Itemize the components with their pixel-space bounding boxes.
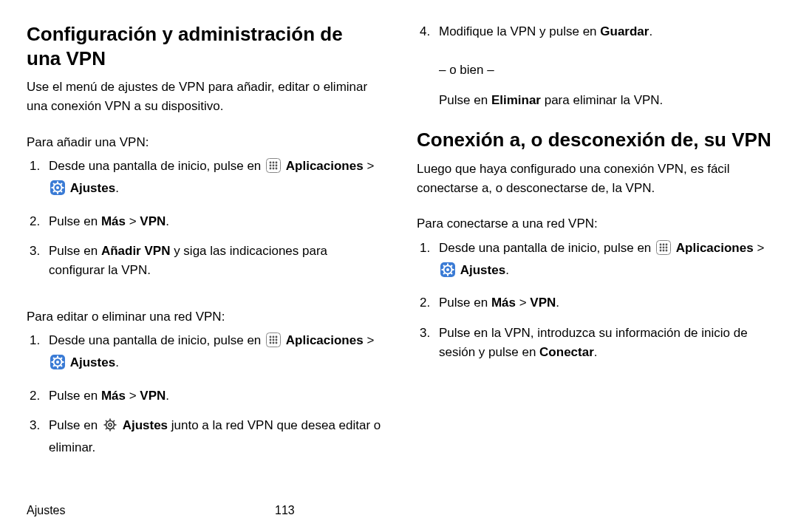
svg-point-29 — [273, 342, 275, 344]
list-item: Pulse en Más > VPN. — [27, 212, 381, 231]
svg-point-55 — [666, 243, 668, 245]
svg-point-54 — [663, 243, 665, 245]
svg-line-51 — [113, 420, 115, 422]
svg-point-7 — [270, 168, 272, 170]
settings-gear-icon — [440, 262, 455, 283]
svg-point-3 — [276, 162, 278, 164]
or-divider: – o bien – — [417, 61, 771, 80]
svg-line-49 — [113, 428, 115, 429]
svg-line-72 — [451, 265, 452, 267]
apps-grid-icon — [266, 158, 281, 179]
svg-point-59 — [660, 249, 662, 251]
svg-point-24 — [276, 336, 278, 338]
list-item: Pulse en Añadir VPN y siga las indicacio… — [27, 242, 381, 281]
svg-point-2 — [273, 162, 275, 164]
svg-line-17 — [53, 183, 55, 185]
svg-line-70 — [451, 273, 452, 274]
svg-line-41 — [61, 358, 62, 359]
svg-line-18 — [61, 191, 62, 193]
list-item: Desde una pantalla de inicio, pulse en A… — [27, 331, 381, 376]
svg-point-9 — [276, 168, 278, 170]
svg-point-30 — [276, 342, 278, 344]
list-item: Desde una pantalla de inicio, pulse en A… — [27, 157, 381, 202]
left-column: Configuración y administración de una VP… — [27, 22, 381, 498]
svg-point-5 — [273, 165, 275, 167]
list-item: Pulse en Más > VPN. — [417, 293, 771, 313]
apps-grid-icon — [656, 240, 671, 261]
svg-line-38 — [53, 358, 55, 359]
svg-point-4 — [270, 165, 272, 167]
svg-point-56 — [660, 246, 662, 248]
svg-line-50 — [106, 428, 107, 429]
svg-point-64 — [446, 268, 449, 271]
svg-point-58 — [666, 246, 668, 248]
edit-vpn-steps: Desde una pantalla de inicio, pulse en A… — [27, 331, 381, 468]
svg-point-27 — [276, 339, 278, 341]
svg-point-28 — [270, 342, 272, 344]
svg-point-53 — [660, 243, 662, 245]
svg-line-69 — [443, 265, 445, 267]
list-item: Desde una pantalla de inicio, pulse en A… — [417, 239, 771, 284]
edit-vpn-steps-continued: Modifique la VPN y pulse en Guardar. — [417, 22, 771, 52]
svg-line-39 — [61, 366, 62, 367]
heading-vpn-connect: Conexión a, o desconexión de, su VPN — [417, 128, 771, 152]
svg-line-71 — [443, 273, 445, 274]
svg-point-60 — [663, 249, 665, 251]
svg-point-57 — [663, 246, 665, 248]
footer-section: Ajustes — [27, 504, 275, 517]
svg-point-23 — [273, 336, 275, 338]
svg-point-33 — [56, 361, 59, 364]
gear-outline-icon — [103, 417, 117, 438]
svg-point-22 — [270, 336, 272, 338]
list-item: Pulse en Más > VPN. — [27, 386, 381, 406]
svg-point-12 — [56, 186, 59, 189]
connect-intro: Luego que haya configurado una conexión … — [417, 160, 771, 199]
footer-page-number: 113 — [275, 504, 523, 517]
svg-point-26 — [273, 339, 275, 341]
connect-steps: Desde una pantalla de inicio, pulse en A… — [417, 239, 771, 373]
svg-point-6 — [276, 165, 278, 167]
settings-gear-icon — [50, 355, 65, 375]
right-column: Modifique la VPN y pulse en Guardar. – o… — [417, 22, 771, 498]
intro-text: Use el menú de ajustes de VPN para añadi… — [27, 78, 381, 117]
add-vpn-lead: Para añadir una VPN: — [27, 133, 381, 152]
connect-lead: Para conectarse a una red VPN: — [417, 214, 771, 233]
svg-line-48 — [106, 420, 107, 422]
svg-line-20 — [61, 183, 62, 185]
svg-point-25 — [270, 339, 272, 341]
svg-line-40 — [53, 366, 55, 367]
heading-vpn-config: Configuración y administración de una VP… — [27, 22, 381, 70]
svg-point-43 — [109, 423, 112, 426]
alt-action: Pulse en Eliminar para eliminar la VPN. — [417, 91, 771, 110]
add-vpn-steps: Desde una pantalla de inicio, pulse en A… — [27, 157, 381, 291]
list-item: Pulse en la VPN, introduzca su informaci… — [417, 324, 771, 363]
edit-vpn-lead: Para editar o eliminar una red VPN: — [27, 307, 381, 327]
page-footer: Ajustes 113 — [27, 498, 771, 517]
svg-point-8 — [273, 168, 275, 170]
list-item: Modifique la VPN y pulse en Guardar. — [417, 22, 771, 41]
settings-gear-icon — [50, 180, 65, 201]
list-item: Pulse en Ajustes junto a la red VPN que … — [27, 416, 381, 458]
svg-point-42 — [106, 421, 114, 429]
apps-grid-icon — [266, 332, 281, 353]
svg-point-61 — [666, 249, 668, 251]
svg-line-19 — [53, 191, 55, 193]
svg-point-1 — [270, 162, 272, 164]
